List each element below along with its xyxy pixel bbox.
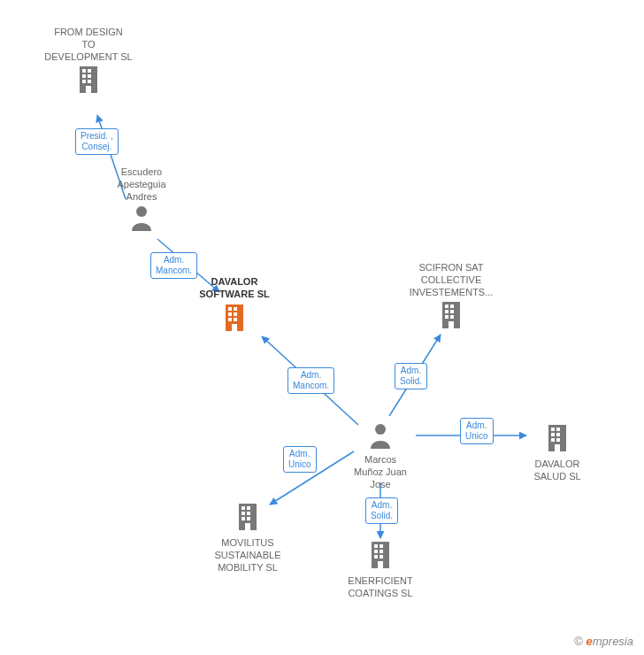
node-label: EscuderoApesteguiaAndres [88,166,195,203]
svg-rect-7 [86,86,91,93]
svg-rect-44 [247,506,250,510]
svg-rect-11 [234,307,237,311]
svg-rect-4 [88,74,91,78]
svg-rect-19 [450,304,454,308]
svg-rect-40 [380,555,383,559]
svg-rect-33 [555,444,560,451]
svg-rect-32 [556,438,560,442]
node-scifron[interactable]: SCIFRON SATCOLLECTIVEINVESTEMENTS... [398,262,504,335]
svg-rect-31 [551,438,555,442]
node-label: MOVILITUSSUSTAINABLEMOBILITY SL [195,537,301,574]
svg-rect-41 [378,561,383,568]
svg-rect-15 [234,318,237,321]
building-icon-highlight [221,303,248,336]
svg-rect-20 [445,310,448,313]
svg-rect-49 [245,523,250,530]
svg-rect-47 [242,517,245,520]
svg-rect-14 [228,318,232,321]
node-movilitus[interactable]: MOVILITUSSUSTAINABLEMOBILITY SL [195,500,301,574]
svg-rect-18 [445,304,448,308]
node-davalor-software[interactable]: DAVALORSOFTWARE SL [181,276,288,338]
svg-point-8 [136,206,147,217]
building-icon [75,65,102,98]
node-label: SCIFRON SATCOLLECTIVEINVESTEMENTS... [398,262,504,298]
svg-rect-12 [228,312,232,316]
edge-label-adm-unico-movilitus: Adm.Unico [283,446,317,473]
svg-rect-23 [450,315,454,319]
node-label: ENERFICIENTCOATINGS SL [327,575,433,600]
svg-rect-2 [88,69,91,73]
credit-footer: © empresia [574,635,633,648]
node-from-design[interactable]: FROM DESIGNTODEVELOPMENT SL [35,27,142,100]
svg-rect-35 [374,544,378,548]
svg-rect-22 [445,315,448,319]
svg-rect-39 [374,555,378,559]
node-label: DAVALORSALUD SL [504,458,610,483]
svg-rect-13 [234,312,237,316]
brand-first-letter: e [586,635,593,648]
person-icon [130,204,153,235]
svg-rect-38 [380,550,383,553]
svg-point-25 [375,424,386,435]
svg-rect-48 [247,517,250,520]
node-label: DAVALORSOFTWARE SL [181,276,288,301]
building-icon [234,502,261,536]
node-enerficient[interactable]: ENERFICIENTCOATINGS SL [327,538,433,600]
edge-label-presid-consej: Presid. ,Consej. [75,128,119,155]
copyright-symbol: © [574,635,583,648]
svg-rect-5 [82,80,86,83]
svg-rect-3 [82,74,86,78]
node-davalor-salud[interactable]: DAVALORSALUD SL [504,421,610,483]
building-icon [367,540,394,574]
svg-rect-27 [551,428,555,431]
svg-rect-1 [82,69,86,73]
svg-rect-10 [228,307,232,311]
building-icon [438,300,464,334]
node-escudero[interactable]: EscuderoApesteguiaAndres [88,166,195,236]
node-marcos[interactable]: MarcosMuñoz JuanJose [327,420,433,490]
svg-rect-29 [551,433,555,436]
svg-rect-36 [380,544,383,548]
edge-label-adm-mancom-2: Adm.Mancom. [288,367,334,394]
svg-rect-37 [374,550,378,553]
edge-label-adm-unico-salud: Adm.Unico [460,418,494,444]
svg-rect-21 [450,310,454,313]
svg-rect-24 [448,321,454,328]
node-label: MarcosMuñoz JuanJose [327,454,433,490]
svg-rect-6 [88,80,91,83]
person-icon [369,422,392,452]
node-label: FROM DESIGNTODEVELOPMENT SL [35,27,142,63]
building-icon [544,423,571,457]
edge-label-adm-solid-enerficient: Adm.Solid. [365,497,398,524]
svg-rect-28 [556,428,560,431]
edge-label-adm-mancom-1: Adm.Mancom. [150,252,197,279]
svg-rect-46 [247,512,250,515]
svg-rect-45 [242,512,245,515]
edge-label-adm-solid-scifron: Adm.Solid. [395,363,427,389]
svg-rect-30 [556,433,560,436]
svg-rect-16 [232,324,237,331]
brand-rest: mpresia [593,635,633,648]
svg-rect-43 [242,506,245,510]
